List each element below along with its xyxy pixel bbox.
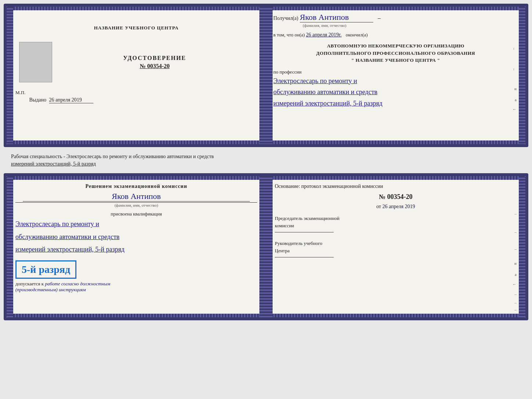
finished-label: окончил(а) [346, 32, 368, 38]
side-text-3: и [514, 86, 517, 91]
cert-title-block: УДОСТОВЕРЕНИЕ № 00354-20 [123, 55, 186, 70]
rank-badge-container: 5-й разряд [15, 258, 257, 279]
side-text-2: – [512, 68, 517, 71]
protocol-date-line: от 26 апреля 2019 [275, 204, 517, 210]
allowed-handwritten-2: (производственным) инструкциям [15, 287, 86, 292]
profession-line2: обслуживанию автоматики и средств [273, 87, 518, 97]
school-name-top: НАЗВАНИЕ УЧЕБНОГО ЦЕНТРА [94, 25, 179, 31]
certificate-left-panel: НАЗВАНИЕ УЧЕБНОГО ЦЕНТРА УДОСТОВЕРЕНИЕ №… [7, 7, 266, 144]
manager-signature-line [275, 257, 334, 257]
side-text-5: ← [513, 107, 517, 111]
profession-section: по профессии Электрослесарь по ремонту и… [273, 69, 518, 109]
bottom-name-row: Яков Антипов [23, 192, 250, 202]
profession-label: по профессии [273, 69, 518, 75]
dash-decor: – [378, 15, 381, 21]
manager-title-line2: Центра [275, 248, 290, 253]
photo-placeholder [19, 42, 52, 82]
middle-text-line2: измерений электростанций, 5-й разряд [11, 161, 96, 167]
side-dash-3: – [515, 247, 517, 251]
allowed-label: допускается к [15, 281, 44, 286]
top-certificate: НАЗВАНИЕ УЧЕБНОГО ЦЕНТРА УДОСТОВЕРЕНИЕ №… [4, 4, 528, 147]
certified-date: 26 апреля 2019г. [306, 32, 342, 38]
org-block: АВТОНОМНУЮ НЕКОММЕРЧЕСКУЮ ОРГАНИЗАЦИЮ ДО… [273, 42, 518, 64]
allowed-handwritten-1: работе согласно должностным [45, 281, 110, 286]
chairman-signature-line [275, 232, 334, 232]
middle-text-line1: Рабочая специальность - Электрослесарь п… [11, 154, 214, 159]
certified-text: в том, что он(а) [273, 32, 305, 38]
org-line3: " НАЗВАНИЕ УЧЕБНОГО ЦЕНТРА " [273, 57, 518, 64]
recipient-name: Яков Антипов [300, 13, 373, 22]
bottom-name: Яков Антипов [23, 192, 250, 201]
side-dash-5: – [515, 300, 517, 305]
left-content: НАЗВАНИЕ УЧЕБНОГО ЦЕНТРА УДОСТОВЕРЕНИЕ №… [15, 14, 257, 103]
chairman-title-line1: Председатель экзаменационной [275, 215, 339, 221]
manager-signature-block: Руководитель учебного Центра [275, 240, 517, 257]
rank-badge: 5-й разряд [15, 260, 76, 279]
side-dash-2: – [515, 230, 517, 234]
issued-label: Выдано [29, 97, 46, 103]
side-text-4: а [515, 97, 517, 102]
cert-title: УДОСТОВЕРЕНИЕ [123, 55, 186, 61]
left-bottom-row: М.П. Выдано 26 апреля 2019 [15, 86, 257, 103]
bottom-right-panel: Основание: протокол экзаменационной коми… [266, 176, 525, 317]
bottom-left-panel: Решением экзаменационной комиссии Яков А… [7, 176, 266, 317]
bottom-certificate: Решением экзаменационной комиссии Яков А… [4, 173, 528, 320]
date-prefix: от [376, 204, 381, 209]
chairman-title-line2: комиссии [275, 223, 294, 228]
org-line1: АВТОНОМНУЮ НЕКОММЕРЧЕСКУЮ ОРГАНИЗАЦИЮ [273, 42, 518, 50]
bottom-fio-label: (фамилия, имя, отчество) [15, 202, 257, 207]
issued-line: Выдано 26 апреля 2019 [25, 97, 257, 103]
chairman-signature-block: Председатель экзаменационной комиссии [275, 215, 517, 232]
recipient-label: Получил(а) [273, 15, 298, 21]
side-text-1: – [512, 48, 517, 50]
mp-label: М.П. [15, 90, 25, 96]
profession-line3: измерений электростанций, 5-й разряд [273, 98, 518, 109]
certificate-right-panel: Получил(а) Яков Антипов – (фамилия, имя,… [266, 7, 525, 144]
recipient-row: Получил(а) Яков Антипов – (фамилия, имя,… [273, 13, 518, 28]
profession-line1: Электрослесарь по ремонту и [273, 76, 518, 86]
allowed-text: допускается к работе согласно должностны… [15, 281, 257, 293]
side-text-а: а [515, 272, 517, 277]
chairman-title: Председатель экзаменационной комиссии [275, 215, 517, 229]
protocol-number: № 00354-20 [275, 193, 517, 201]
manager-title: Руководитель учебного Центра [275, 240, 517, 254]
fio-label-top: (фамилия, имя, отчество) [303, 23, 518, 28]
side-dash-6: – [515, 307, 517, 312]
bottom-profession-3: измерений электростанций, 5-й разряд [15, 244, 257, 255]
org-line2: ДОПОЛНИТЕЛЬНОГО ПРОФЕССИОНАЛЬНОГО ОБРАЗО… [273, 50, 518, 57]
side-text-arrow: ← [513, 282, 517, 286]
basis-header: Основание: протокол экзаменационной коми… [275, 184, 517, 189]
manager-title-line1: Руководитель учебного [275, 241, 322, 246]
side-dash-4: – [515, 292, 517, 296]
bottom-profession-2: обслуживанию автоматики и средств [15, 231, 257, 243]
side-text-и: и [514, 261, 517, 266]
side-dash-1: – [515, 211, 517, 216]
issued-date: 26 апреля 2019 [49, 97, 93, 103]
assigned-text: присвоена квалификация [15, 211, 257, 217]
cert-number: № 00354-20 [123, 63, 186, 70]
bottom-header: Решением экзаменационной комиссии [15, 184, 257, 189]
protocol-date: 26 апреля 2019 [382, 204, 415, 209]
certified-row: в том, что он(а) 26 апреля 2019г. окончи… [273, 32, 518, 38]
middle-info-text: Рабочая специальность - Электрослесарь п… [4, 150, 528, 170]
bottom-profession-1: Электрослесарь по ремонту и [15, 218, 257, 230]
